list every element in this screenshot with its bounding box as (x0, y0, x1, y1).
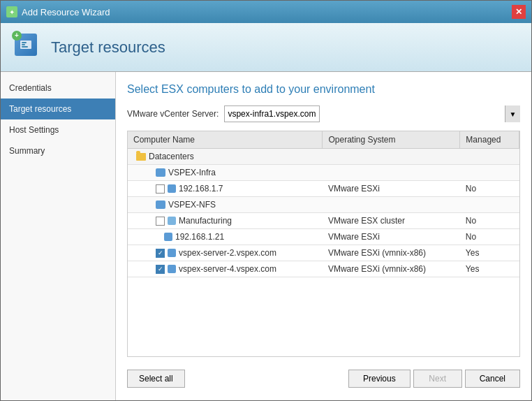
svg-rect-3 (22, 46, 28, 48)
folder-icon (136, 153, 146, 161)
row-checkbox[interactable] (156, 249, 165, 258)
server-group-icon (156, 168, 165, 177)
nav-buttons: Previous Next Cancel (348, 370, 520, 388)
row-managed: No (460, 229, 519, 245)
row-managed: Yes (460, 245, 519, 261)
row-checkbox[interactable] (156, 184, 165, 194)
page-title: Target resources (51, 38, 165, 57)
row-checkbox[interactable] (156, 265, 165, 274)
sidebar-item-credentials[interactable]: Credentials (1, 78, 115, 99)
table-row[interactable]: Manufacturing VMware ESX cluster No (128, 213, 519, 229)
svg-rect-2 (22, 44, 25, 45)
row-checkbox[interactable] (156, 217, 165, 226)
row-os: VMware ESXi (vmnix-x86) (323, 261, 460, 277)
row-os: VMware ESXi (vmnix-x86) (323, 245, 460, 261)
wizard-window: ✦ Add Resource Wizard ✕ + Target resourc… (0, 0, 532, 401)
header-icon-badge: + (12, 31, 22, 41)
row-computer-name: Manufacturing (128, 213, 323, 229)
sidebar: Credentials Target resources Host Settin… (1, 72, 116, 400)
select-arrow-icon: ▼ (505, 105, 520, 122)
host-icon-4 (168, 265, 176, 273)
row-os: VMware ESXi (323, 229, 460, 245)
sidebar-item-target-resources[interactable]: Target resources (1, 99, 115, 119)
vcenter-label: VMware vCenter Server: (127, 109, 219, 119)
content-area: Credentials Target resources Host Settin… (1, 72, 531, 400)
vcenter-row: VMware vCenter Server: vspex-infra1.vspe… (127, 105, 520, 122)
vcenter-select-wrapper: vspex-infra1.vspex.com ▼ (224, 105, 520, 122)
vcenter-select[interactable]: vspex-infra1.vspex.com (224, 105, 320, 122)
row-computer-name: vspex-server-4.vspex.com (128, 261, 323, 277)
svg-rect-1 (22, 42, 27, 43)
col-managed: Managed (460, 131, 519, 149)
col-os: Operating System (323, 131, 460, 149)
host-icon-2 (164, 233, 172, 241)
row-computer-name: 192.168.1.7 (128, 181, 323, 197)
wizard-icon: ✦ (6, 6, 17, 17)
server-group-icon-2 (156, 200, 165, 209)
sidebar-item-host-settings[interactable]: Host Settings (1, 119, 115, 140)
group-vspex-nfs: VSPEX-NFS (128, 197, 519, 213)
section-title: Select ESX computers to add to your envi… (127, 83, 520, 96)
table-header-row: Computer Name Operating System Managed (128, 131, 519, 149)
title-bar: ✦ Add Resource Wizard ✕ (1, 1, 531, 23)
row-managed: Yes (460, 261, 519, 277)
target-icon (19, 38, 33, 52)
group-datacenters-name: Datacenters (128, 149, 519, 165)
col-computer-name: Computer Name (128, 131, 323, 149)
row-computer-name: vspex-server-2.vspex.com (128, 245, 323, 261)
host-icon (168, 184, 176, 193)
window-title: Add Resource Wizard (22, 7, 110, 17)
row-managed: No (460, 213, 519, 229)
title-bar-left: ✦ Add Resource Wizard (6, 6, 110, 17)
previous-button[interactable]: Previous (348, 370, 411, 388)
footer-buttons: Select all Previous Next Cancel (127, 364, 520, 389)
row-os: VMware ESX cluster (323, 213, 460, 229)
next-button[interactable]: Next (413, 370, 462, 388)
cluster-icon (168, 217, 176, 225)
group-datacenters: Datacenters (128, 149, 519, 165)
table-row[interactable]: vspex-server-4.vspex.com VMware ESXi (vm… (128, 261, 519, 277)
group-vspex-infra: VSPEX-Infra (128, 165, 519, 181)
close-button[interactable]: ✕ (512, 5, 526, 19)
cancel-button[interactable]: Cancel (465, 370, 520, 388)
table-row[interactable]: 192.168.1.21 VMware ESXi No (128, 229, 519, 245)
row-computer-name: 192.168.1.21 (128, 229, 323, 245)
header-section: + Target resources (1, 23, 531, 72)
table-row[interactable]: 192.168.1.7 VMware ESXi No (128, 181, 519, 197)
select-all-button[interactable]: Select all (127, 370, 185, 388)
sidebar-item-summary[interactable]: Summary (1, 140, 115, 161)
computer-table-container[interactable]: Computer Name Operating System Managed D… (127, 131, 520, 357)
header-icon-wrapper: + (15, 34, 43, 61)
computer-table: Computer Name Operating System Managed D… (128, 131, 519, 277)
row-managed: No (460, 181, 519, 197)
main-content: Select ESX computers to add to your envi… (116, 72, 531, 400)
group-vspex-infra-name: VSPEX-Infra (128, 165, 519, 181)
group-vspex-nfs-name: VSPEX-NFS (128, 197, 519, 213)
row-os: VMware ESXi (323, 181, 460, 197)
host-icon-3 (168, 249, 176, 257)
table-row[interactable]: vspex-server-2.vspex.com VMware ESXi (vm… (128, 245, 519, 261)
